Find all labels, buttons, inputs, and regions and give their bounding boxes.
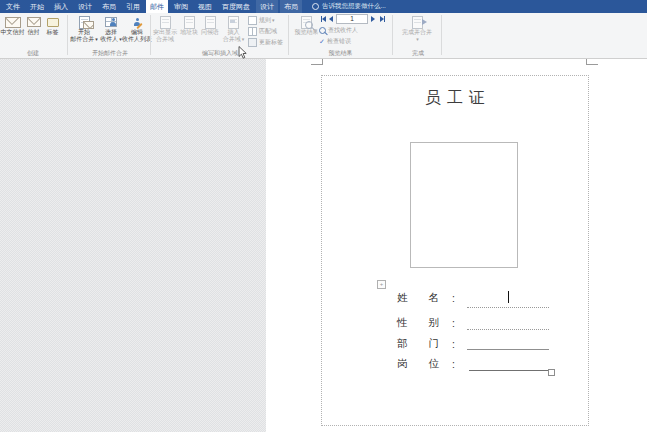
tell-me-box[interactable]: 告诉我您想要做什么...	[312, 0, 386, 13]
crop-mark	[311, 64, 323, 65]
edit-recipient-list-button[interactable]: 编辑 收件人列表	[124, 14, 150, 48]
tab-layout[interactable]: 布局	[98, 0, 120, 13]
group-separator	[67, 15, 68, 55]
next-record-icon[interactable]	[370, 14, 376, 23]
start-mail-merge-button[interactable]: 开始 邮件合并▾	[70, 14, 98, 48]
select-recipients-icon	[105, 15, 117, 29]
labels-icon	[47, 15, 59, 29]
tab-view[interactable]: 视图	[194, 0, 216, 13]
previous-record-icon[interactable]	[328, 14, 334, 23]
rules-button[interactable]: 规则▾	[248, 15, 275, 25]
document-canvas-background	[0, 59, 266, 432]
check-errors-icon: ✓	[319, 38, 325, 45]
tab-baidu-netdisk[interactable]: 百度网盘	[218, 0, 254, 13]
tab-table-design[interactable]: 设计	[256, 0, 278, 13]
match-fields-icon	[248, 27, 257, 36]
tab-file[interactable]: 文件	[2, 0, 24, 13]
tab-insert[interactable]: 插入	[50, 0, 72, 13]
tab-home[interactable]: 开始	[26, 0, 48, 13]
group-label-finish: 完成	[395, 49, 441, 58]
ribbon-tab-bar: 文件 开始 插入 设计 布局 引用 邮件 审阅 视图 百度网盘 设计 布局 告诉…	[0, 0, 647, 13]
start-mail-merge-icon	[79, 15, 90, 29]
ribbon-mailings: 中文信封 信封 标签 开始 邮件合并▾ 选择 收件人▾	[0, 13, 647, 59]
insert-merge-field-icon	[228, 15, 239, 29]
address-block-button[interactable]: 地址块	[179, 14, 199, 48]
field-underline	[467, 307, 549, 308]
finish-and-merge-button[interactable]: 完成并合并 ▾	[398, 14, 436, 48]
finish-merge-icon	[412, 15, 423, 29]
tell-me-text: 告诉我您想要做什么...	[322, 2, 386, 11]
tab-review[interactable]: 审阅	[170, 0, 192, 13]
address-block-icon	[184, 15, 195, 29]
table-move-handle-icon[interactable]: +	[377, 280, 386, 289]
field-row-position[interactable]: 岗位 :	[397, 357, 455, 371]
match-fields-button[interactable]: 匹配域	[248, 26, 277, 36]
greeting-line-icon	[205, 15, 216, 29]
labels-button[interactable]: 标签	[43, 14, 62, 48]
tab-table-layout[interactable]: 布局	[280, 0, 302, 13]
check-errors-button[interactable]: ✓ 检查错误	[319, 36, 351, 46]
card-title[interactable]: 员工证	[321, 88, 589, 109]
rules-icon	[248, 16, 257, 25]
find-recipient-icon	[319, 27, 326, 34]
tell-me-bulb-icon	[312, 3, 319, 10]
edit-recipient-list-icon	[134, 15, 140, 29]
word-window: 文件 开始 插入 设计 布局 引用 邮件 审阅 视图 百度网盘 设计 布局 告诉…	[0, 0, 647, 432]
envelope-icon	[27, 15, 41, 29]
envelope-button[interactable]: 信封	[25, 14, 42, 48]
crop-mark	[586, 64, 598, 65]
group-label-start-mail-merge: 开始邮件合并	[70, 49, 150, 58]
document-page[interactable]: 员工证 + 姓名 : 性别 : 部门 : 岗位 :	[266, 59, 647, 432]
chinese-envelope-button[interactable]: 中文信封	[1, 14, 24, 48]
chinese-envelope-icon	[5, 15, 21, 29]
field-underline	[467, 349, 549, 350]
field-row-department[interactable]: 部门 :	[397, 337, 455, 351]
group-label-write-insert-fields: 编写和插入域	[152, 49, 288, 58]
highlight-merge-fields-icon	[160, 15, 171, 29]
preview-results-icon	[301, 15, 312, 29]
field-row-gender[interactable]: 性别 :	[397, 316, 455, 330]
first-record-icon[interactable]	[319, 14, 327, 23]
table-resize-handle-icon[interactable]	[548, 369, 555, 376]
preview-results-button[interactable]: 预览结果	[293, 14, 320, 48]
tab-mailings[interactable]: 邮件	[146, 0, 168, 13]
photo-placeholder-box[interactable]	[410, 142, 518, 268]
insert-merge-field-button[interactable]: 插入 合并域▾	[221, 14, 246, 48]
greeting-line-button[interactable]: 问候语	[200, 14, 220, 48]
mouse-cursor-icon	[238, 45, 247, 63]
text-caret	[508, 291, 509, 303]
highlight-merge-fields-button[interactable]: 突出显示 合并域	[152, 14, 178, 48]
group-label-preview-results: 预览结果	[289, 49, 392, 58]
tab-design[interactable]: 设计	[74, 0, 96, 13]
update-labels-button[interactable]: 更新标签	[248, 37, 283, 47]
update-labels-icon	[248, 38, 257, 47]
group-label-create: 创建	[0, 49, 66, 58]
group-separator	[441, 15, 442, 55]
select-recipients-button[interactable]: 选择 收件人▾	[99, 14, 123, 48]
find-recipient-button[interactable]: 查找收件人	[319, 25, 358, 35]
field-underline	[469, 370, 550, 371]
field-row-name[interactable]: 姓名 :	[397, 291, 455, 305]
last-record-icon[interactable]	[378, 14, 386, 23]
record-number-input[interactable]: 1	[336, 14, 368, 24]
field-underline	[467, 329, 549, 330]
group-separator	[392, 15, 393, 55]
tab-references[interactable]: 引用	[122, 0, 144, 13]
group-separator	[150, 15, 151, 55]
